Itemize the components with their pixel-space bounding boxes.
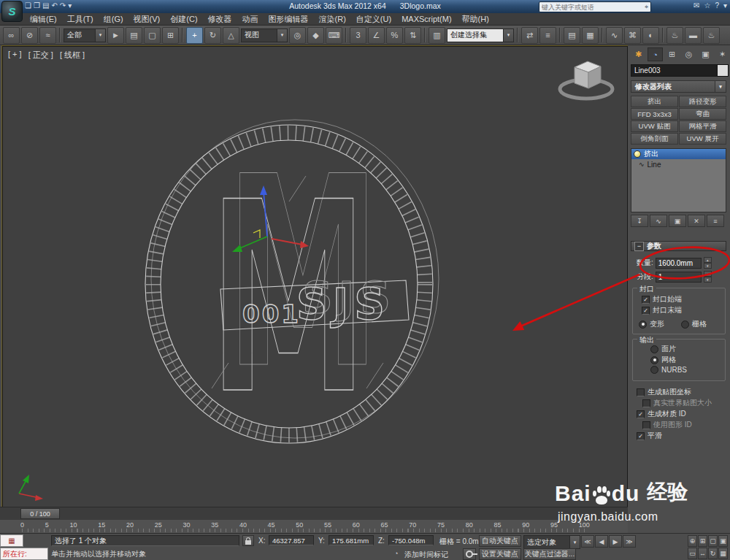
y-coord-field[interactable]: 175.681mm (328, 535, 374, 545)
application-menu-button[interactable]: S (1, 1, 23, 22)
checkbox-icon[interactable] (642, 399, 650, 407)
preset-meshsmooth-button[interactable]: 网格平滑 (679, 120, 726, 132)
schematic-view-icon[interactable]: ⌘ (624, 27, 641, 44)
window-crossing-icon[interactable]: ⊞ (162, 27, 179, 44)
select-scale-icon[interactable]: △ (223, 27, 239, 44)
parameters-rollout-header[interactable]: − 参数 (631, 241, 726, 251)
grid-radio[interactable]: 栅格 (681, 319, 707, 329)
cap-end-checkbox[interactable]: ✓ 封口末端 (642, 305, 682, 315)
unlink-selection-icon[interactable]: ⊘ (21, 27, 38, 44)
preset-extrude-button[interactable]: 挤出 (631, 96, 678, 107)
use-pivot-center-icon[interactable]: ◎ (289, 27, 306, 44)
checkbox-icon[interactable]: ✓ (637, 432, 645, 440)
set-key-button[interactable]: 设置关键点 (479, 548, 521, 560)
material-id-checkbox[interactable]: ✓ 生成材质 ID (637, 409, 686, 419)
preset-ffd-button[interactable]: FFD 3x3x3 (631, 108, 678, 120)
help-search-box[interactable]: ⌖ (539, 1, 651, 12)
chevron-down-icon[interactable]: ▾ (277, 29, 287, 42)
render-setup-icon[interactable]: ♨ (666, 27, 683, 44)
help-dropdown-icon[interactable]: ▾ (723, 1, 727, 9)
edit-named-sets-icon[interactable]: ▥ (429, 27, 445, 44)
z-coord-field[interactable]: -750.048m (388, 535, 434, 545)
view-cube[interactable] (556, 55, 617, 102)
time-slider-handle[interactable]: 0 / 100 (20, 508, 60, 519)
amount-spinner[interactable]: ▴ ▾ (704, 257, 712, 269)
radio-icon[interactable] (650, 366, 658, 374)
bind-to-spacewarp-icon[interactable]: ≈ (39, 27, 56, 44)
select-move-icon[interactable]: + (186, 27, 203, 44)
make-unique-icon[interactable]: ▣ (669, 215, 686, 227)
stack-item-line[interactable]: ∿ Line (631, 159, 726, 169)
select-by-name-icon[interactable]: ▤ (126, 27, 142, 44)
preset-uvwmap-button[interactable]: UVW 贴图 (631, 120, 678, 132)
chevron-down-icon[interactable]: ▾ (715, 81, 726, 92)
tab-utilities-icon[interactable]: ✶ (715, 47, 730, 61)
chevron-down-icon[interactable]: ▾ (503, 29, 513, 42)
auto-key-button[interactable]: 自动关键点 (479, 535, 521, 547)
checkbox-icon[interactable] (642, 421, 650, 429)
cap-start-checkbox[interactable]: ✓ 封口始端 (642, 294, 682, 304)
zoom-region-icon[interactable]: ▭ (688, 548, 697, 559)
chevron-down-icon[interactable]: ▾ (95, 29, 105, 42)
select-object-icon[interactable]: ► (107, 27, 124, 44)
spinner-down-icon[interactable]: ▾ (704, 263, 712, 269)
add-time-tag[interactable]: 添加时间标记 (404, 550, 448, 560)
layer-manager-icon[interactable]: ▤ (564, 27, 580, 44)
maxscript-mini-listener-top[interactable]: ▦ (0, 534, 23, 547)
spinner-snap-icon[interactable]: ⇅ (404, 27, 421, 44)
menu-item-graph-editors[interactable]: 图形编辑器 (264, 13, 314, 26)
spinner-down-icon[interactable]: ▾ (704, 277, 712, 283)
selection-filter-dropdown[interactable]: 全部 ▾ (64, 28, 106, 42)
pin-stack-icon[interactable]: ↧ (631, 215, 648, 227)
go-to-end-icon[interactable]: ≫ (623, 535, 636, 548)
zoom-all-icon[interactable]: ⊞ (698, 535, 707, 547)
tab-modify-icon[interactable]: ◔ (648, 47, 663, 61)
spinner-up-icon[interactable]: ▴ (704, 271, 712, 277)
object-name-field[interactable]: Line003 (631, 64, 718, 77)
menu-item-help[interactable]: 帮助(H) (457, 13, 494, 26)
output-mesh-radio[interactable]: 网格 (650, 355, 676, 365)
zoom-extents-icon[interactable]: ▢ (708, 535, 718, 547)
modifier-enabled-icon[interactable] (634, 150, 641, 158)
communication-center-icon[interactable]: ✉ (694, 1, 699, 9)
graphite-ribbon-icon[interactable]: ▦ (582, 27, 599, 44)
zoom-icon[interactable]: ⊕ (688, 535, 697, 547)
radio-icon[interactable] (650, 345, 658, 353)
angle-snap-icon[interactable]: ∠ (368, 27, 385, 44)
selection-region-icon[interactable]: ▢ (144, 27, 161, 44)
viewport[interactable]: [ + ] [ 正交 ] [ 线框 ] M M SJS SJS 001 (2, 46, 628, 508)
key-filters-button[interactable]: 关键点过滤器... (523, 548, 576, 560)
maxscript-mini-listener[interactable]: 所在行: (0, 548, 48, 560)
segments-field[interactable]: 1 (656, 272, 702, 283)
align-icon[interactable]: ≡ (539, 27, 556, 44)
menu-item-edit[interactable]: 编辑(E) (25, 13, 62, 26)
named-selection-sets-dropdown[interactable]: 创建选择集 ▾ (447, 28, 514, 42)
search-input[interactable] (539, 4, 642, 11)
radio-icon[interactable] (681, 321, 689, 329)
favorites-icon[interactable]: ☆ (704, 1, 710, 9)
menu-item-views[interactable]: 视图(V) (128, 13, 166, 26)
menu-item-tools[interactable]: 工具(T) (62, 13, 99, 26)
show-end-result-icon[interactable]: ∿ (650, 215, 667, 227)
output-patch-radio[interactable]: 面片 (650, 344, 676, 354)
pan-view-icon[interactable]: ↔ (698, 548, 707, 559)
modifier-list-dropdown[interactable]: 修改器列表 ▾ (631, 80, 726, 93)
tab-hierarchy-icon[interactable]: ⊞ (664, 47, 680, 61)
reference-coordinate-dropdown[interactable]: 视图 ▾ (241, 28, 288, 42)
go-to-start-icon[interactable]: ≪ (581, 535, 594, 548)
menu-item-maxscript[interactable]: MAXScript(M) (396, 13, 456, 26)
mapping-coords-checkbox[interactable]: 生成贴图坐标 (637, 387, 691, 397)
menu-item-rendering[interactable]: 渲染(R) (314, 13, 351, 26)
tab-motion-icon[interactable]: ◎ (681, 47, 696, 61)
preset-bevelprofile-button[interactable]: 倒角剖面 (631, 133, 678, 145)
amount-field[interactable]: 1600.0mm (656, 258, 702, 269)
help-icon[interactable]: ? (715, 1, 719, 9)
object-color-swatch[interactable] (717, 64, 729, 77)
mirror-icon[interactable]: ⇄ (521, 27, 538, 44)
material-editor-icon[interactable]: ◐ (642, 27, 659, 44)
smooth-checkbox[interactable]: ✓ 平滑 (637, 431, 662, 441)
preset-bend-button[interactable]: 弯曲 (679, 108, 726, 120)
configure-modifier-sets-icon[interactable]: ≡ (707, 215, 724, 227)
select-rotate-icon[interactable]: ↻ (204, 27, 221, 44)
morph-radio[interactable]: 变形 (639, 319, 664, 329)
